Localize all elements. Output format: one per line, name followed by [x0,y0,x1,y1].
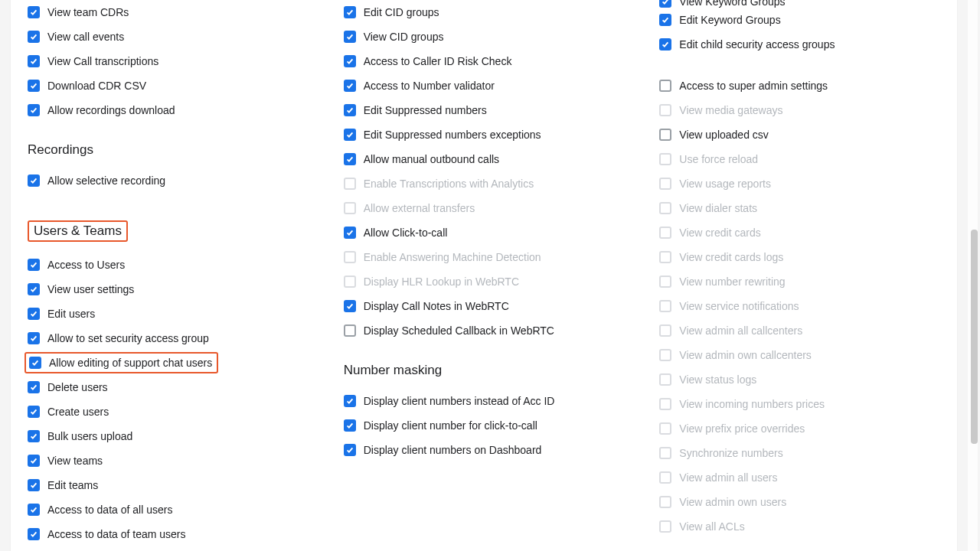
admin-perm-checkbox [659,447,671,459]
cid-perm-checkbox [344,251,356,263]
admin-perm-row: View admin own users [659,490,949,514]
users-perm-checkbox[interactable] [28,259,40,271]
admin-perm-row: View admin all users [659,465,949,490]
users-perm-checkbox[interactable] [28,283,40,295]
users-perm-checkbox[interactable] [28,430,40,442]
cid-perm-row: Allow external transfers [344,196,634,220]
admin-perm-label: View admin all users [679,471,777,484]
users-perm-row: Access to Users [28,253,318,277]
cid-perm-checkbox[interactable] [344,153,356,165]
admin-perm-row: View incoming numbers prices [659,392,949,416]
cid-perm-label: Access to Number validator [364,80,495,92]
admin-perm-label: Access to super admin settings [679,80,828,92]
admin-perm-row: View number rewriting [659,269,949,294]
admin-perm-label: View credit cards [679,227,760,239]
keyword-perm-checkbox[interactable] [659,38,671,51]
cid-perm-row: Enable Answering Machine Detection [344,245,634,269]
cid-perm-label: Edit Suppressed numbers [364,104,487,116]
cid-perm-row: Edit Suppressed numbers [344,98,634,122]
cid-perm-checkbox [344,202,356,214]
cdr-perm-checkbox[interactable] [28,31,40,43]
users-perm-row: Edit teams [28,473,318,497]
masking-perm-checkbox[interactable] [344,444,356,456]
masking-perm-label: Display client numbers on Dashboard [364,444,542,456]
keyword-perm-checkbox[interactable] [659,14,671,26]
admin-perm-checkbox[interactable] [659,129,671,141]
admin-perm-checkbox [659,324,671,337]
cid-perm-checkbox[interactable] [344,31,356,43]
recordings-perm-row: Allow selective recording [28,168,318,193]
admin-perm-checkbox [659,422,671,435]
cdr-perm-checkbox[interactable] [28,55,40,67]
cdr-perm-label: View Call transcriptions [47,55,158,67]
users-perm-checkbox[interactable] [28,406,40,418]
cid-perm-checkbox[interactable] [344,80,356,92]
cdr-perm-checkbox[interactable] [28,6,40,18]
users-perm-row: Delete users [28,375,318,399]
cid-perm-label: Allow manual outbound calls [364,153,499,165]
users-perm-checkbox[interactable] [28,528,40,540]
masking-perm-checkbox[interactable] [344,419,356,432]
users-perm-label: Create users [47,406,109,418]
cdr-perm-row: Allow recordings download [28,98,318,122]
admin-perm-row: View media gateways [659,98,949,122]
cid-perm-checkbox[interactable] [344,104,356,116]
keyword-perm-checkbox[interactable] [659,0,671,8]
cid-perm-label: Access to Caller ID Risk Check [364,55,512,67]
users-perm-row: Allow to set security access group [28,326,318,350]
cdr-perm-row: Download CDR CSV [28,73,318,98]
admin-perm-row: View admin own callcenters [659,343,949,367]
users-perm-checkbox[interactable] [28,308,40,320]
cid-perm-checkbox[interactable] [344,227,356,239]
cid-perm-checkbox[interactable] [344,324,356,337]
cdr-perm-label: View call events [47,31,124,43]
cid-perm-label: Allow external transfers [364,202,475,214]
cdr-perm-row: View team CDRs [28,0,318,24]
users-perm-row: Access to data of all users [28,497,318,522]
cid-perm-checkbox[interactable] [344,300,356,312]
cid-perm-checkbox[interactable] [344,6,356,18]
cdr-perm-checkbox[interactable] [28,104,40,116]
admin-perm-label: View uploaded csv [679,129,768,141]
cdr-perm-checkbox[interactable] [28,80,40,92]
cdr-perm-row: View Call transcriptions [28,49,318,73]
users-perm-label: Edit users [47,308,95,320]
users-perm-label: Edit teams [47,479,98,491]
recordings-perm-checkbox[interactable] [28,174,40,187]
cid-perm-row: Access to Number validator [344,73,634,98]
admin-perm-checkbox [659,276,671,288]
admin-perm-label: View service notifications [679,300,799,312]
cid-perm-checkbox [344,178,356,190]
admin-perm-checkbox[interactable] [659,80,671,92]
admin-perm-label: View status logs [679,373,756,386]
masking-perm-checkbox[interactable] [344,395,356,407]
users-perm-checkbox[interactable] [29,357,41,369]
users-perm-label: Access to data of all users [47,504,172,516]
admin-perm-label: View number rewriting [679,276,785,288]
users-perm-checkbox[interactable] [28,455,40,467]
permissions-column-3: View Keyword GroupsEdit Keyword GroupsEd… [641,0,957,546]
page-root: View team CDRsView call eventsView Call … [0,0,980,551]
cdr-perm-label: Download CDR CSV [47,80,146,92]
scrollbar-thumb[interactable] [971,230,978,444]
admin-perm-label: View media gateways [679,104,782,116]
cid-perm-checkbox[interactable] [344,55,356,67]
cid-perm-row: Enable Transcriptions with Analytics [344,171,634,196]
keyword-perm-row: Edit Keyword Groups [659,8,949,32]
cid-perm-row: Allow Click-to-call [344,220,634,245]
users-perm-label: View user settings [47,283,134,295]
admin-perm-checkbox [659,520,671,533]
users-perm-checkbox[interactable] [28,381,40,393]
users-perm-row: Bulk users upload [28,424,318,448]
cid-perm-label: Enable Transcriptions with Analytics [364,178,534,190]
users-perm-row: View teams [28,448,318,473]
users-perm-checkbox[interactable] [28,504,40,516]
cid-perm-checkbox[interactable] [344,129,356,141]
admin-perm-checkbox [659,300,671,312]
admin-perm-checkbox [659,153,671,165]
cid-perm-row: Edit Suppressed numbers exceptions [344,122,634,147]
section-users-teams-title: Users & Teams [28,220,128,242]
users-perm-checkbox[interactable] [28,479,40,491]
cid-perm-row: Allow manual outbound calls [344,147,634,171]
users-perm-checkbox[interactable] [28,332,40,344]
